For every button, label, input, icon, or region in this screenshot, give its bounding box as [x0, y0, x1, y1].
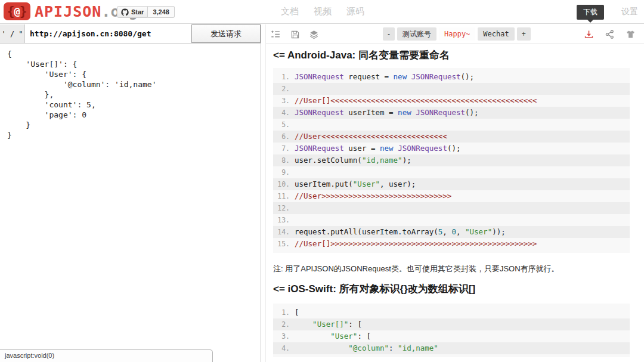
settings-link[interactable]: 设置: [621, 7, 638, 17]
account-wechat[interactable]: Wechat: [478, 27, 514, 41]
line-number: 7.: [273, 143, 290, 154]
line-number: 4.: [273, 107, 290, 119]
line-number: 12.: [273, 202, 290, 214]
code-line: 7.JSONRequest user = new JSONRequest();: [273, 143, 630, 154]
line-number: 14.: [273, 226, 290, 238]
section-title-ios-swift: <= iOS-Swift: 所有对象标识{}改为数组标识[]: [273, 282, 630, 296]
account-happy[interactable]: Happy~: [439, 27, 475, 41]
line-number: 5.: [273, 119, 290, 131]
code-line: 2.: [273, 83, 630, 95]
code-line: 14.request.putAll(userItem.toArray(5, 0,…: [273, 226, 630, 238]
add-account-button[interactable]: +: [517, 27, 531, 41]
tshirt-icon[interactable]: [625, 29, 636, 40]
toolbar-right-icons: [583, 24, 636, 44]
github-octocat-icon: [121, 8, 129, 16]
download-icon[interactable]: [583, 29, 595, 40]
line-number: 9.: [273, 166, 290, 178]
line-number: 1.: [273, 71, 290, 83]
code-block-swift: 1.[2. "User[]": [3. "User": [4. "@column…: [273, 304, 630, 357]
line-number: 4.: [273, 342, 290, 354]
line-number: 2.: [273, 83, 290, 95]
code-line: 3.//User[]<<<<<<<<<<<<<<<<<<<<<<<<<<<<<<…: [273, 95, 630, 107]
code-line: 11.//User>>>>>>>>>>>>>>>>>>>>>>>>>>>>>: [273, 190, 630, 202]
code-line: 2. "User[]": [: [273, 318, 630, 330]
json-editor[interactable]: { 'User[]': { 'User': { '@column': 'id,n…: [0, 44, 261, 146]
result-toolbar: - 测试账号 Happy~ Wechat +: [266, 24, 644, 44]
remove-account-button[interactable]: -: [383, 27, 395, 41]
main-nav: 文档 视频 源码: [281, 6, 364, 17]
code-line: 1.JSONRequest request = new JSONRequest(…: [273, 71, 630, 83]
apijson-logo-icon: {@}: [4, 2, 30, 20]
brand-name: APIJSON: [35, 3, 101, 20]
code-block-java: 1.JSONRequest request = new JSONRequest(…: [273, 68, 630, 253]
logo-brace-right: }: [20, 5, 27, 18]
line-number: 2.: [273, 318, 290, 330]
code-line: 15.//User[]>>>>>>>>>>>>>>>>>>>>>>>>>>>>>…: [273, 238, 630, 250]
layers-icon[interactable]: [308, 29, 320, 40]
request-url-row: ' / " 发送请求: [0, 24, 261, 44]
share-icon[interactable]: [604, 29, 615, 40]
code-line: 5.: [273, 119, 630, 131]
top-header: {@} APIJSON.org Star 3,248 文档 视频 源码 下载 设…: [0, 0, 644, 24]
code-line: 4. "@column": "id,name": [273, 342, 630, 354]
github-star-label: Star: [131, 8, 144, 16]
link-status-bar: javascript:void(0): [0, 349, 213, 362]
account-switcher: - 测试账号 Happy~ Wechat +: [383, 27, 531, 41]
line-number: 3.: [273, 95, 290, 107]
line-number: 3.: [273, 330, 290, 342]
line-number: 6.: [273, 131, 290, 143]
toolbar-left-icons: [270, 24, 320, 44]
line-number: 13.: [273, 214, 290, 226]
save-icon[interactable]: [289, 29, 301, 40]
code-line: 6.//User<<<<<<<<<<<<<<<<<<<<<<<<<<<<: [273, 131, 630, 143]
github-star-count[interactable]: 3,248: [148, 6, 175, 18]
github-star-widget: Star 3,248: [117, 6, 175, 18]
list-options-icon[interactable]: [270, 29, 281, 40]
download-tooltip: 下载: [577, 5, 604, 20]
nav-item-docs[interactable]: 文档: [281, 6, 299, 17]
url-input[interactable]: [25, 24, 191, 43]
code-line: 9.: [273, 166, 630, 178]
code-line: 1.[: [273, 307, 630, 318]
result-panel: - 测试账号 Happy~ Wechat + <= Android-Java: …: [265, 24, 644, 362]
code-line: 8.user.setColumn("id,name");: [273, 154, 630, 166]
code-line: 10.userItem.put("User", user);: [273, 178, 630, 190]
request-panel: ' / " 发送请求 { 'User[]': { 'User': { '@col…: [0, 24, 261, 362]
send-request-button[interactable]: 发送请求: [191, 24, 261, 43]
line-number: 1.: [273, 307, 290, 318]
account-test[interactable]: 测试账号: [397, 27, 436, 41]
code-note: 注: 用了APIJSON的JSONRequest类。也可使用其它类封装，只要JS…: [273, 264, 630, 274]
github-star-button[interactable]: Star: [117, 6, 148, 18]
doc-content: <= Android-Java: 同名变量需要重命名 1.JSONRequest…: [266, 45, 644, 362]
line-number: 10.: [273, 178, 290, 190]
line-number: 15.: [273, 238, 290, 250]
line-number: 11.: [273, 190, 290, 202]
code-line: 3. "User": [: [273, 330, 630, 342]
line-number: 8.: [273, 154, 290, 166]
quote-toggle[interactable]: ' / ": [0, 24, 25, 43]
code-line: 12.: [273, 202, 630, 214]
nav-item-videos[interactable]: 视频: [314, 6, 332, 17]
nav-item-source[interactable]: 源码: [346, 6, 364, 17]
code-line: 13.: [273, 214, 630, 226]
section-title-android-java: <= Android-Java: 同名变量需要重命名: [273, 48, 630, 63]
code-line: 4.JSONRequest userItem = new JSONRequest…: [273, 107, 630, 119]
